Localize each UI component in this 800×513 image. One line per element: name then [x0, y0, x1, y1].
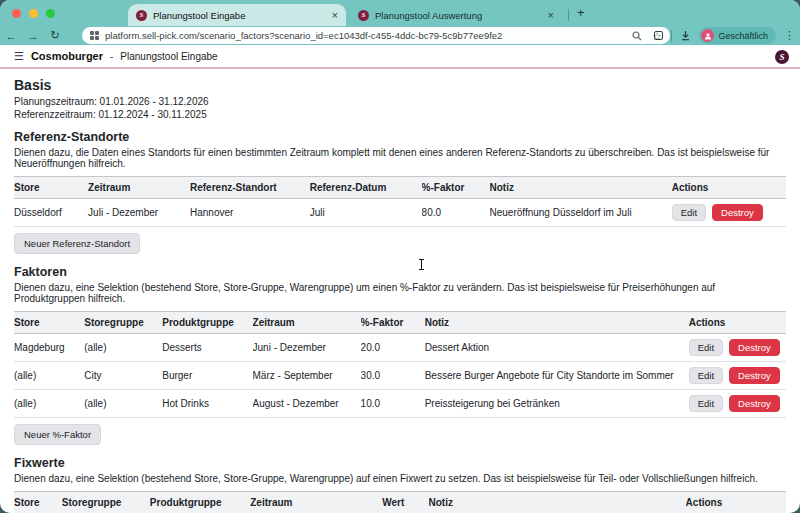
column-header: Storegruppe — [84, 312, 162, 334]
tab-close-icon[interactable]: × — [332, 9, 338, 21]
column-header: Wert — [382, 492, 428, 513]
edit-button[interactable]: Edit — [689, 395, 723, 412]
new-faktor-button[interactable]: Neuer %-Faktor — [14, 424, 101, 445]
column-header: Store — [14, 312, 84, 334]
tab-label: Planungstool Eingabe — [153, 10, 326, 21]
table-row: (alle)CityBurgerMärz - September30.0Bess… — [14, 362, 786, 390]
referenz-standorte-table: StoreZeitraumReferenz-StandortReferenz-D… — [14, 176, 786, 227]
new-referenz-standort-button[interactable]: Neuer Referenz-Standort — [14, 233, 140, 254]
section-fixwerte: Fixwerte Dienen dazu, eine Selektion (be… — [14, 456, 786, 513]
table-cell: 80.0 — [422, 199, 490, 227]
browser-profile-chip[interactable]: Geschäftlich — [699, 27, 776, 44]
browser-menu-icon[interactable]: ⋮ — [784, 29, 794, 42]
column-header: Storegruppe — [62, 492, 150, 513]
destroy-button[interactable]: Destroy — [712, 204, 763, 221]
brand-name: Cosmoburger — [31, 50, 103, 62]
table-cell: Hannover — [190, 199, 310, 227]
section-heading: Faktoren — [14, 265, 786, 279]
table-cell: Magdeburg — [14, 334, 84, 362]
section-heading: Referenz-Standorte — [14, 130, 786, 144]
site-info-icon[interactable] — [90, 31, 99, 40]
table-cell: (alle) — [14, 362, 84, 390]
table-cell: Juli — [310, 199, 422, 227]
minimize-window-button[interactable] — [29, 9, 38, 18]
destroy-button[interactable]: Destroy — [729, 367, 780, 384]
column-header: %-Faktor — [422, 177, 490, 199]
page-title: Planungstool Eingabe — [120, 51, 217, 62]
table-cell: Bessere Burger Angebote für City Standor… — [425, 362, 689, 390]
column-header: Actions — [689, 312, 786, 334]
destroy-button[interactable]: Destroy — [729, 339, 780, 356]
actions-cell: EditDestroy — [689, 362, 786, 390]
tab-planungstool-eingabe[interactable]: S Planungstool Eingabe × — [128, 4, 346, 26]
sellpick-favicon: S — [358, 10, 369, 21]
profile-avatar — [701, 29, 714, 42]
brand-separator: - — [110, 51, 113, 62]
basis-heading: Basis — [14, 77, 786, 93]
tab-label: Planungstool Auswertung — [375, 10, 542, 21]
column-header: Store — [14, 492, 62, 513]
toolbar-right: Geschäftlich ⋮ — [654, 27, 794, 44]
table-cell: (alle) — [84, 334, 162, 362]
browser-chrome: S Planungstool Eingabe × S Planungstool … — [0, 0, 800, 45]
reload-icon[interactable]: ↻ — [44, 29, 66, 42]
referenzzeitraum-text: Referenzzeitraum: 01.12.2024 - 30.11.202… — [14, 109, 786, 122]
fixwerte-table: StoreStoregruppeProduktgruppeZeitraumWer… — [14, 491, 786, 513]
table-row: (alle)(alle)Hot DrinksAugust - Dezember1… — [14, 390, 786, 418]
section-faktoren: Faktoren Dienen dazu, eine Selektion (be… — [14, 265, 786, 447]
column-header: Notiz — [429, 492, 686, 513]
column-header: Referenz-Datum — [310, 177, 422, 199]
table-cell: Dessert Aktion — [425, 334, 689, 362]
table-cell: 30.0 — [361, 362, 425, 390]
table-cell: Desserts — [162, 334, 252, 362]
table-cell: März - September — [253, 362, 361, 390]
column-header: Actions — [672, 177, 786, 199]
window-controls — [12, 9, 55, 18]
table-row: Magdeburg(alle)DessertsJuni - Dezember20… — [14, 334, 786, 362]
edit-button[interactable]: Edit — [689, 339, 723, 356]
section-description: Dienen dazu, eine Selektion (bestehend S… — [14, 282, 786, 304]
faktoren-table: StoreStoregruppeProduktgruppeZeitraum%-F… — [14, 311, 786, 418]
table-cell: Hot Drinks — [162, 390, 252, 418]
url-text: platform.sell-pick.com/scenario_factors?… — [105, 30, 626, 41]
page-content: Basis Planungszeitraum: 01.01.2026 - 31.… — [0, 77, 800, 513]
edit-button[interactable]: Edit — [689, 367, 723, 384]
column-header: %-Faktor — [361, 312, 425, 334]
section-referenz-standorte: Referenz-Standorte Dienen dazu, die Date… — [14, 130, 786, 256]
new-tab-button[interactable]: + — [577, 5, 585, 20]
table-cell: Düsseldorf — [14, 199, 88, 227]
download-icon[interactable] — [680, 30, 691, 41]
forward-icon[interactable]: → — [22, 30, 44, 42]
back-icon[interactable]: ← — [0, 30, 22, 42]
tab-divider — [568, 9, 569, 21]
section-description: Dienen dazu, eine Selektion (bestehend S… — [14, 473, 786, 484]
zoom-icon[interactable] — [632, 31, 642, 41]
actions-cell: EditDestroy — [672, 199, 786, 227]
tab-planungstool-auswertung[interactable]: S Planungstool Auswertung × — [350, 4, 562, 26]
tab-close-icon[interactable]: × — [548, 9, 554, 21]
hamburger-menu-icon[interactable]: ☰ — [14, 50, 24, 63]
table-cell: Burger — [162, 362, 252, 390]
table-cell: August - Dezember — [253, 390, 361, 418]
column-header: Produktgruppe — [150, 492, 250, 513]
fullscreen-window-button[interactable] — [46, 9, 55, 18]
address-bar[interactable]: platform.sell-pick.com/scenario_factors?… — [82, 27, 670, 44]
column-header: Referenz-Standort — [190, 177, 310, 199]
column-header: Notiz — [425, 312, 689, 334]
close-window-button[interactable] — [12, 9, 21, 18]
table-cell: Juli - Dezember — [88, 199, 190, 227]
table-cell: City — [84, 362, 162, 390]
table-row: DüsseldorfJuli - DezemberHannoverJuli80.… — [14, 199, 786, 227]
section-description: Dienen dazu, die Daten eines Standorts f… — [14, 147, 786, 169]
destroy-button[interactable]: Destroy — [729, 395, 780, 412]
table-cell: Juni - Dezember — [253, 334, 361, 362]
edit-button[interactable]: Edit — [672, 204, 706, 221]
table-cell: 10.0 — [361, 390, 425, 418]
toolbar-divider — [671, 30, 672, 42]
app-navbar: ☰ Cosmoburger - Planungstool Eingabe S — [0, 45, 800, 69]
share-icon[interactable] — [654, 31, 663, 40]
table-cell: Preissteigerung bei Getränken — [425, 390, 689, 418]
table-cell: Neueröffnung Düsseldorf im Juli — [490, 199, 672, 227]
table-cell: (alle) — [84, 390, 162, 418]
column-header: Zeitraum — [88, 177, 190, 199]
